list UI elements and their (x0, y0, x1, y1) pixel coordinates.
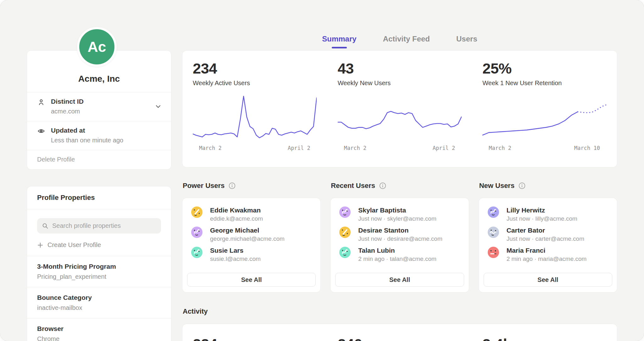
profile-properties-card: Profile Properties Create User Profile 3… (27, 186, 171, 341)
person-icon (37, 98, 46, 115)
profile-property-row[interactable]: 3-Month Pricing Program Pricing_plan_exp… (27, 256, 171, 287)
info-icon[interactable] (518, 182, 526, 190)
user-row[interactable]: Susie Lars susie.l@acme.com (191, 247, 312, 262)
x-axis-labels: March 2 March 10 (489, 145, 600, 151)
delete-profile-button[interactable]: Delete Profile (27, 150, 171, 169)
see-all-button[interactable]: See All (335, 273, 464, 287)
user-avatar (339, 206, 351, 218)
user-row[interactable]: Eddie Kwakman eddie.k@acme.com (191, 206, 312, 222)
user-avatar (488, 206, 499, 218)
company-avatar-initials: Ac (88, 38, 106, 55)
company-avatar: Ac (77, 27, 117, 67)
field-label: Distinct ID (51, 98, 84, 105)
info-icon[interactable] (228, 182, 236, 190)
company-profile-page: Ac Acme, Inc Distinct ID acme.com (0, 0, 644, 341)
stat-week1-retention: 25% Week 1 New User Retention March 2 Ma… (472, 51, 617, 167)
new-users-title: New Users (479, 182, 617, 190)
power-users-card: Eddie Kwakman eddie.k@acme.com George Mi… (182, 198, 321, 293)
power-users-title: Power Users (182, 182, 321, 190)
company-profile-card: Ac Acme, Inc Distinct ID acme.com (27, 50, 171, 170)
x-axis-labels: March 2 April 2 (199, 145, 310, 151)
user-row[interactable]: Desirae Stanton Just now · desirare@acme… (339, 227, 460, 242)
activity-stat: 240 (327, 337, 472, 341)
user-avatar (191, 227, 203, 238)
tab-bar: Summary Activity Feed Users (182, 35, 617, 48)
stat-weekly-new-users: 43 Weekly New Users March 2 April 2 (327, 51, 472, 167)
sparkline-week1-retention (482, 94, 606, 141)
sparkline-weekly-active-users (193, 94, 317, 141)
x-axis-labels: March 2 April 2 (344, 145, 455, 151)
stat-label: Week 1 New User Retention (482, 80, 611, 87)
create-user-profile-button[interactable]: Create User Profile (37, 241, 161, 249)
profile-properties-title: Profile Properties (27, 186, 171, 209)
sparkline-weekly-new-users (338, 94, 462, 141)
recent-users-title: Recent Users (330, 182, 469, 190)
stat-weekly-active-users: 234 Weekly Active Users March 2 April 2 (182, 51, 327, 167)
user-row[interactable]: Skylar Baptista Just now · skyler@acme.c… (339, 206, 460, 222)
profile-property-row[interactable]: Bounce Category inactive-mailbox (27, 287, 171, 318)
user-avatar (488, 247, 499, 258)
search-input[interactable] (52, 222, 156, 229)
search-profile-properties[interactable] (37, 218, 161, 234)
user-avatar (339, 247, 351, 258)
stat-value: 25% (482, 61, 611, 76)
search-icon (42, 223, 49, 229)
activity-stat: 234 (182, 337, 327, 341)
user-avatar (339, 227, 351, 238)
activity-card: 234 240 3.4k (182, 324, 617, 341)
profile-property-row[interactable]: Browser Chrome (27, 318, 171, 341)
user-row[interactable]: Carter Bator Just now · carter@acme.com (488, 227, 608, 242)
plus-icon (37, 242, 43, 248)
recent-users-card: Skylar Baptista Just now · skyler@acme.c… (330, 198, 469, 293)
field-value: acme.com (51, 108, 84, 115)
user-avatar (191, 247, 203, 258)
user-avatar (191, 206, 203, 218)
stat-label: Weekly Active Users (193, 80, 322, 87)
user-row[interactable]: Maria Franci 2 min ago · maria@acme.com (488, 247, 608, 262)
tab-summary[interactable]: Summary (322, 35, 356, 48)
new-users-column: New Users Lilly Herwitz Just now · lilly… (479, 182, 617, 293)
distinct-id-row[interactable]: Distinct ID acme.com (27, 92, 171, 121)
stat-value: 234 (193, 61, 322, 76)
stat-label: Weekly New Users (338, 80, 467, 87)
summary-stats-card: 234 Weekly Active Users March 2 April 2 … (182, 50, 617, 168)
field-value: Less than one minute ago (51, 137, 123, 144)
user-row[interactable]: George Michael george.michael@acme.com (191, 227, 312, 242)
updated-at-row: Updated at Less than one minute ago (27, 121, 171, 150)
user-row[interactable]: Lilly Herwitz Just now · lilly@acme.com (488, 206, 608, 222)
tab-activity-feed[interactable]: Activity Feed (383, 35, 430, 48)
new-users-card: Lilly Herwitz Just now · lilly@acme.com … (479, 198, 617, 293)
activity-stat: 3.4k (472, 337, 617, 341)
eye-icon (37, 127, 46, 144)
stat-value: 43 (338, 61, 467, 76)
power-users-column: Power Users Eddie Kwakman eddie.k@acme.c… (182, 182, 321, 293)
recent-users-column: Recent Users Skylar Baptista Just now · … (330, 182, 469, 293)
see-all-button[interactable]: See All (187, 273, 316, 287)
see-all-button[interactable]: See All (484, 273, 612, 287)
activity-section: Activity 234 240 3.4k (182, 307, 617, 341)
user-lists-section: Power Users Eddie Kwakman eddie.k@acme.c… (182, 182, 617, 293)
activity-title: Activity (182, 307, 617, 316)
chevron-down-icon[interactable] (155, 103, 162, 110)
tab-users[interactable]: Users (456, 35, 477, 48)
field-label: Updated at (51, 127, 123, 134)
info-icon[interactable] (379, 182, 386, 190)
user-row[interactable]: Talan Lubin 2 min ago · talan@acme.com (339, 247, 460, 262)
user-avatar (488, 227, 499, 238)
